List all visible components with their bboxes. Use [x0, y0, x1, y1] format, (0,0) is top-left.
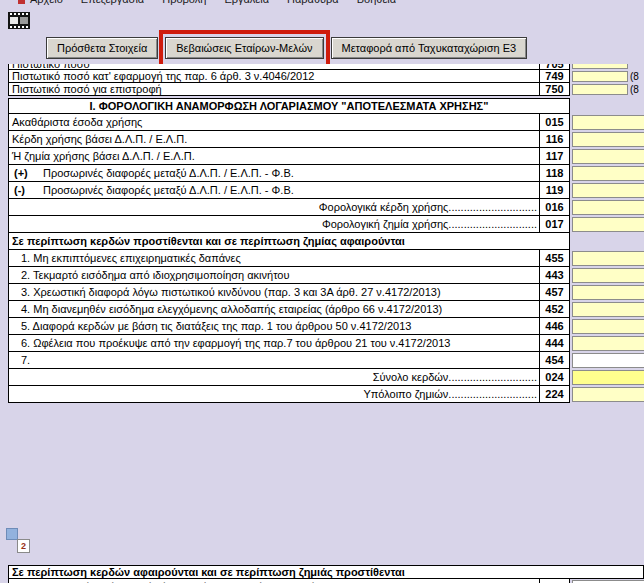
row-code: 495	[539, 579, 569, 583]
row-label: Πιστωτικό ποσό για επιστροφή	[9, 83, 539, 95]
row-suffix: (8	[628, 83, 639, 96]
row-sign: (-)	[9, 182, 40, 198]
row-code: 749	[539, 70, 569, 82]
amount-field-750[interactable]	[572, 84, 628, 95]
credit-table: Πιστωτικό ποσό 705 Πιστωτικό ποσό κατ' ε…	[8, 64, 644, 96]
menu-item-file[interactable]: Αρχείο	[30, 0, 63, 5]
row-label: 1. Μη εκπιπτόμενες επιχειρηματικές δαπάν…	[9, 250, 539, 266]
dotted-leader: .............................	[448, 371, 537, 383]
row-code: 444	[539, 335, 569, 351]
row-label: Υπόλοιπο ζημιών ........................…	[9, 386, 539, 402]
app-icon-fragment	[18, 0, 25, 4]
table-row-117: Ή ζημία χρήσης βάσει Δ.Λ.Π. / Ε.Λ.Π. 117	[8, 148, 644, 165]
row-label: 6. Ωφέλεια που προέκυψε από την εφαρμογή…	[9, 335, 539, 351]
table-row-452: 4. Μη διανεμηθέν εισόδημα ελεγχόμενης αλ…	[8, 301, 644, 318]
row-label: Ακαθάριστα έσοδα χρήσης	[9, 114, 539, 130]
additional-data-button[interactable]: Πρόσθετα Στοιχεία	[46, 37, 158, 59]
footnote-marker: 2	[17, 539, 30, 553]
amount-field-749[interactable]	[572, 71, 628, 82]
row-label: Σύνολο κερδών ..........................…	[9, 369, 539, 385]
menubar: Αρχείο Επεξεργασία Προβολή Εργαλεία Παρά…	[30, 0, 396, 5]
row-label-text: Υπόλοιπο ζημιών	[363, 388, 448, 400]
row-code: 454	[539, 352, 569, 368]
form-area: Πιστωτικό ποσό 705 Πιστωτικό ποσό κατ' ε…	[8, 64, 644, 403]
table-row-224: Υπόλοιπο ζημιών ........................…	[8, 386, 644, 403]
film-strip-graphic	[8, 12, 30, 29]
transfer-from-e3-button[interactable]: Μεταφορά από Ταχυκαταχώριση Ε3	[331, 37, 528, 59]
row-code: 016	[539, 199, 569, 215]
row-label: 4. Μη διανεμηθέν εισόδημα ελεγχόμενης αλ…	[9, 301, 539, 317]
row-label: 1. Έσοδα από μερίσματα ή κέρδη από συμμε…	[9, 579, 539, 583]
amount-field-457[interactable]	[572, 285, 644, 300]
row-label: Προσωρινές διαφορές μεταξύ Δ.Λ.Π. / Ε.Λ.…	[40, 165, 539, 181]
row-code: 452	[539, 301, 569, 317]
amount-field-116[interactable]	[572, 132, 644, 147]
amount-field-118[interactable]	[572, 166, 644, 181]
amount-field-452[interactable]	[572, 302, 644, 317]
row-label: 5. Διαφορά κερδών με βάση τις διατάξεις …	[9, 318, 539, 334]
amount-field-016[interactable]	[572, 200, 644, 215]
amount-field-443[interactable]	[572, 268, 644, 283]
table-row-446: 5. Διαφορά κερδών με βάση τις διατάξεις …	[8, 318, 644, 335]
partner-member-certificates-button[interactable]: Βεβαιώσεις Εταίρων-Μελών	[165, 37, 323, 59]
amount-field-017[interactable]	[572, 217, 644, 232]
amount-field-015[interactable]	[572, 115, 644, 130]
table-row-457: 3. Χρεωστική διαφορά λόγω πιστωτικού κιν…	[8, 284, 644, 301]
row-code: 224	[539, 386, 569, 402]
row-code: 117	[539, 148, 569, 164]
table-row-454: 7. 454	[8, 352, 644, 369]
row-code: 116	[539, 131, 569, 147]
row-code: 024	[539, 369, 569, 385]
bottom-table-header: Σε περίπτωση κερδών αφαιρούνται και σε π…	[8, 565, 644, 579]
row-label: Προσωρινές διαφορές μεταξύ Δ.Λ.Π. / Ε.Λ.…	[40, 182, 539, 198]
menu-item-tools[interactable]: Εργαλεία	[224, 0, 269, 5]
row-code: 446	[539, 318, 569, 334]
menu-item-view[interactable]: Προβολή	[162, 0, 206, 5]
row-suffix: (8	[628, 70, 639, 83]
row-label: 7.	[9, 352, 539, 368]
row-label-text: Φορολογικά κέρδη χρήσης	[319, 201, 449, 213]
amount-field-705[interactable]	[572, 64, 628, 69]
row-label: Κέρδη χρήσης βάσει Δ.Λ.Π. / Ε.Λ.Π.	[9, 131, 539, 147]
table-row-015: Ακαθάριστα έσοδα χρήσης 015	[8, 114, 644, 131]
menu-item-help[interactable]: Βοήθεια	[357, 0, 396, 5]
app-window: Αρχείο Επεξεργασία Προβολή Εργαλεία Παρά…	[0, 0, 644, 583]
amount-field-444[interactable]	[572, 336, 644, 351]
table-row-016: Φορολογικά κέρδη χρήσης ................…	[8, 199, 644, 216]
dotted-leader: .............................	[448, 201, 537, 213]
dotted-leader: .............................	[448, 218, 537, 230]
row-code: 443	[539, 267, 569, 283]
row-label: Φορολογική ζημία χρήσης ................…	[9, 216, 539, 232]
row-code: 118	[539, 165, 569, 181]
amount-field-224[interactable]	[572, 387, 644, 402]
row-code: 750	[539, 83, 569, 95]
section1-subheader: Σε περίπτωση κερδών προστίθενται και σε …	[9, 233, 569, 249]
dotted-leader: .............................	[448, 388, 537, 400]
row-label-text: Φορολογική ζημία χρήσης	[322, 218, 448, 230]
table-row-495: 1. Έσοδα από μερίσματα ή κέρδη από συμμε…	[8, 579, 644, 583]
row-label: 3. Χρεωστική διαφορά λόγω πιστωτικού κιν…	[9, 284, 539, 300]
table-row-444: 6. Ωφέλεια που προέκυψε από την εφαρμογή…	[8, 335, 644, 352]
table-row-749: Πιστωτικό ποσό κατ' εφαρμογή της παρ. 6 …	[8, 70, 644, 83]
subheader-row: Σε περίπτωση κερδών προστίθενται και σε …	[8, 233, 644, 250]
amount-field-446[interactable]	[572, 319, 644, 334]
menu-item-windows[interactable]: Παράθυρα	[287, 0, 339, 5]
menu-item-edit[interactable]: Επεξεργασία	[81, 0, 144, 5]
row-label-text: Σύνολο κερδών	[373, 371, 449, 383]
row-sign: (+)	[9, 165, 40, 181]
amount-field-024[interactable]	[572, 370, 644, 385]
row-code: 119	[539, 182, 569, 198]
toolbar: Πρόσθετα Στοιχεία Βεβαιώσεις Εταίρων-Μελ…	[46, 37, 527, 59]
row-code: 457	[539, 284, 569, 300]
amount-field-117[interactable]	[572, 149, 644, 164]
amount-field-455[interactable]	[572, 251, 644, 266]
row-label: Πιστωτικό ποσό	[9, 64, 539, 69]
film-strip-icon[interactable]	[8, 12, 30, 29]
row-label: Πιστωτικό ποσό κατ' εφαρμογή της παρ. 6 …	[9, 70, 539, 82]
table-row-750: Πιστωτικό ποσό για επιστροφή 750 (8	[8, 83, 644, 96]
row-label: 2. Τεκμαρτό εισόδημα από ιδιοχρησιμοποίη…	[9, 267, 539, 283]
table-row-116: Κέρδη χρήσης βάσει Δ.Λ.Π. / Ε.Λ.Π. 116	[8, 131, 644, 148]
row-code: 017	[539, 216, 569, 232]
amount-field-454[interactable]	[572, 353, 644, 368]
amount-field-119[interactable]	[572, 183, 644, 198]
